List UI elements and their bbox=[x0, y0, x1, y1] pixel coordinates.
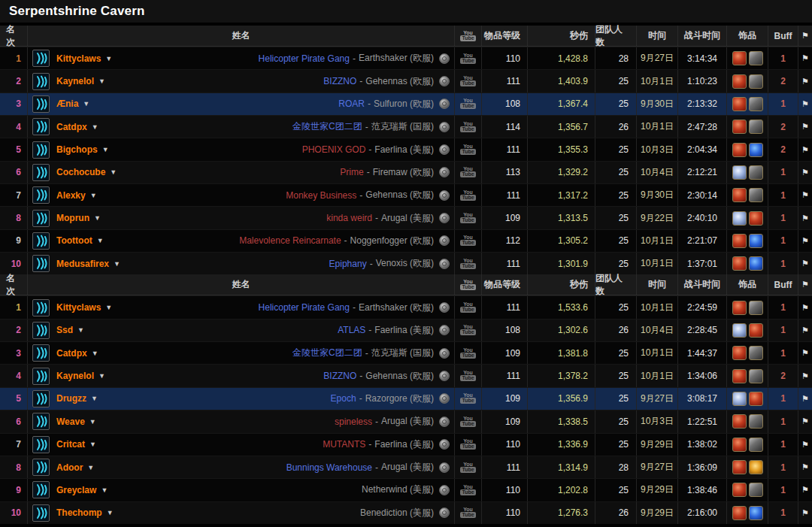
column-header-flag[interactable]: ⚑ bbox=[798, 26, 812, 46]
trinket-icon[interactable] bbox=[732, 346, 747, 360]
character-profile-icon[interactable] bbox=[439, 259, 450, 269]
flag-icon[interactable]: ⚑ bbox=[801, 485, 809, 495]
druid-cat-avatar-icon[interactable] bbox=[32, 459, 50, 476]
flag-icon[interactable]: ⚑ bbox=[801, 259, 809, 268]
player-name-link[interactable]: Catdpx bbox=[56, 348, 87, 359]
trinket-icon[interactable] bbox=[732, 301, 747, 315]
column-header-date[interactable]: 时间 bbox=[636, 26, 677, 46]
chevron-down-icon[interactable]: ▼ bbox=[101, 486, 108, 494]
column-header-item-level[interactable]: 物品等级 bbox=[481, 274, 527, 295]
trinket-icon[interactable] bbox=[749, 392, 763, 406]
druid-cat-avatar-icon[interactable] bbox=[32, 344, 50, 362]
player-name-link[interactable]: Drugzz bbox=[56, 393, 86, 404]
trinket-icon[interactable] bbox=[732, 143, 747, 157]
character-profile-icon[interactable] bbox=[439, 235, 450, 246]
character-profile-icon[interactable] bbox=[439, 302, 450, 313]
youtube-icon[interactable]: You Tube bbox=[460, 348, 475, 359]
character-profile-icon[interactable] bbox=[439, 144, 450, 155]
player-name-link[interactable]: Critcat bbox=[56, 439, 85, 450]
column-header-video[interactable]: You Tube bbox=[454, 274, 481, 295]
guild-link[interactable]: 金陵世家C团二团 bbox=[292, 347, 362, 359]
character-profile-icon[interactable] bbox=[439, 462, 450, 473]
druid-cat-avatar-icon[interactable] bbox=[32, 73, 50, 90]
flag-icon[interactable]: ⚑ bbox=[801, 326, 809, 335]
trinket-icon[interactable] bbox=[749, 74, 763, 89]
trinket-icon[interactable] bbox=[732, 369, 747, 383]
guild-link[interactable]: ATLAS bbox=[338, 325, 365, 335]
player-name-link[interactable]: Catdpx bbox=[56, 122, 87, 132]
flag-icon[interactable]: ⚑ bbox=[801, 53, 809, 63]
character-profile-icon[interactable] bbox=[439, 213, 450, 223]
youtube-icon[interactable]: You Tube bbox=[460, 190, 475, 201]
guild-link[interactable]: Malevolence Reincarnate bbox=[239, 235, 341, 246]
trinket-icon[interactable] bbox=[749, 165, 763, 180]
trinket-icon[interactable] bbox=[732, 392, 747, 406]
trinket-icon[interactable] bbox=[749, 301, 763, 315]
flag-icon[interactable]: ⚑ bbox=[801, 416, 809, 426]
flag-icon[interactable]: ⚑ bbox=[801, 508, 809, 518]
youtube-icon[interactable]: You Tube bbox=[460, 302, 475, 313]
youtube-icon[interactable]: You Tube bbox=[460, 76, 475, 86]
trinket-icon[interactable] bbox=[732, 460, 747, 474]
trinket-icon[interactable] bbox=[749, 346, 763, 360]
youtube-icon[interactable]: You Tube bbox=[460, 393, 475, 404]
guild-link[interactable]: Epiphany bbox=[329, 259, 367, 269]
trinket-icon[interactable] bbox=[732, 256, 747, 271]
character-profile-icon[interactable] bbox=[439, 122, 450, 132]
druid-cat-avatar-icon[interactable] bbox=[32, 322, 50, 339]
flag-icon[interactable]: ⚑ bbox=[801, 122, 809, 132]
flag-icon[interactable]: ⚑ bbox=[801, 190, 809, 200]
player-name-link[interactable]: Kaynelol bbox=[56, 76, 94, 86]
flag-icon[interactable]: ⚑ bbox=[801, 99, 809, 109]
column-header-date[interactable]: 时间 bbox=[636, 274, 677, 295]
player-name-link[interactable]: Toottoot bbox=[56, 235, 92, 246]
youtube-icon[interactable]: You Tube bbox=[460, 235, 475, 246]
trinket-icon[interactable] bbox=[749, 51, 763, 65]
chevron-down-icon[interactable]: ▼ bbox=[89, 441, 96, 448]
flag-icon[interactable]: ⚑ bbox=[801, 371, 809, 381]
guild-link[interactable]: Helicopter Pirate Gang bbox=[259, 53, 350, 64]
druid-cat-avatar-icon[interactable] bbox=[32, 481, 50, 498]
druid-cat-avatar-icon[interactable] bbox=[32, 299, 50, 317]
druid-cat-avatar-icon[interactable] bbox=[32, 504, 50, 522]
druid-cat-avatar-icon[interactable] bbox=[32, 118, 50, 135]
trinket-icon[interactable] bbox=[732, 165, 747, 180]
druid-cat-avatar-icon[interactable] bbox=[32, 186, 50, 204]
flag-icon[interactable]: ⚑ bbox=[801, 236, 809, 246]
chevron-down-icon[interactable]: ▼ bbox=[105, 304, 112, 311]
column-header-rank[interactable]: 名次 bbox=[0, 274, 27, 295]
flag-icon[interactable]: ⚑ bbox=[801, 303, 809, 313]
character-profile-icon[interactable] bbox=[439, 76, 450, 86]
trinket-icon[interactable] bbox=[732, 234, 747, 248]
column-header-fight-duration[interactable]: 战斗时间 bbox=[677, 274, 726, 295]
player-name-link[interactable]: Ssd bbox=[56, 325, 73, 335]
trinket-icon[interactable] bbox=[732, 438, 747, 452]
guild-link[interactable]: Prime bbox=[340, 167, 363, 177]
druid-cat-avatar-icon[interactable] bbox=[32, 232, 50, 250]
character-profile-icon[interactable] bbox=[439, 371, 450, 381]
flag-icon[interactable]: ⚑ bbox=[801, 214, 809, 223]
guild-link[interactable]: MUTANTS bbox=[323, 439, 365, 450]
chevron-down-icon[interactable]: ▼ bbox=[97, 237, 104, 244]
column-header-fight-duration[interactable]: 战斗时间 bbox=[677, 26, 726, 46]
column-header-raid-size[interactable]: 团队人数 bbox=[595, 274, 636, 295]
flag-icon[interactable]: ⚑ bbox=[801, 168, 809, 177]
druid-cat-avatar-icon[interactable] bbox=[32, 141, 50, 159]
trinket-icon[interactable] bbox=[732, 188, 747, 202]
column-header-raid-size[interactable]: 团队人数 bbox=[595, 26, 636, 46]
chevron-down-icon[interactable]: ▼ bbox=[87, 464, 94, 471]
trinket-icon[interactable] bbox=[749, 369, 763, 383]
chevron-down-icon[interactable]: ▼ bbox=[102, 146, 109, 153]
guild-link[interactable]: 金陵世家C团二团 bbox=[292, 120, 362, 133]
player-name-link[interactable]: Kaynelol bbox=[56, 371, 94, 381]
youtube-icon[interactable]: You Tube bbox=[460, 325, 475, 335]
guild-link[interactable]: Bunnings Warehouse bbox=[286, 462, 372, 473]
guild-link[interactable]: BIZZNO bbox=[323, 76, 356, 86]
chevron-down-icon[interactable]: ▼ bbox=[91, 395, 98, 402]
druid-cat-avatar-icon[interactable] bbox=[32, 413, 50, 430]
flag-icon[interactable]: ⚑ bbox=[801, 440, 809, 450]
trinket-icon[interactable] bbox=[749, 120, 763, 134]
character-profile-icon[interactable] bbox=[439, 439, 450, 450]
trinket-icon[interactable] bbox=[749, 483, 763, 497]
chevron-down-icon[interactable]: ▼ bbox=[94, 214, 101, 222]
